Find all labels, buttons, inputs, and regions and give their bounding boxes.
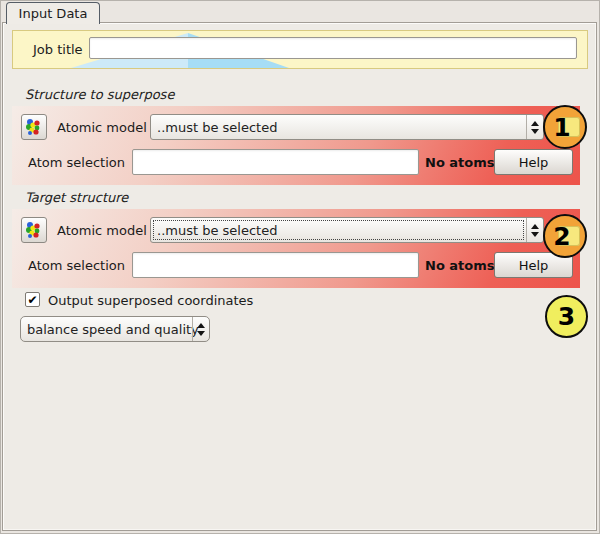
atomic-model-button-2[interactable] bbox=[21, 217, 47, 243]
combo-spinner-icon[interactable] bbox=[526, 115, 543, 139]
combo-spinner-icon[interactable] bbox=[192, 317, 209, 341]
section-heading-target: Target structure bbox=[25, 190, 128, 205]
tab-label: Input Data bbox=[19, 6, 88, 21]
atomic-model-label-2: Atomic model bbox=[57, 223, 147, 238]
job-title-label: Job title bbox=[33, 42, 83, 57]
job-title-banner: Job title bbox=[12, 30, 588, 69]
combo-spinner-icon[interactable] bbox=[526, 218, 543, 242]
atomic-model-select-2[interactable]: ..must be selected bbox=[150, 217, 544, 243]
atom-selection-label: Atom selection bbox=[28, 155, 125, 170]
atomic-model-selected-value: ..must be selected bbox=[157, 120, 277, 135]
molecule-icon bbox=[25, 118, 43, 136]
atom-selection-label-2: Atom selection bbox=[28, 258, 125, 273]
atomic-model-label: Atomic model bbox=[57, 120, 147, 135]
output-coordinates-checkbox[interactable]: ✔ bbox=[25, 292, 40, 307]
atom-count-status: No atoms bbox=[425, 155, 495, 170]
help-button[interactable]: Help bbox=[494, 149, 573, 175]
atomic-model-select[interactable]: ..must be selected bbox=[150, 114, 544, 140]
atom-selection-input-2[interactable] bbox=[132, 252, 419, 278]
job-title-input[interactable] bbox=[89, 37, 577, 59]
atom-count-status-2: No atoms bbox=[425, 258, 495, 273]
atom-selection-input[interactable] bbox=[132, 149, 419, 175]
check-icon: ✔ bbox=[27, 294, 37, 306]
annotation-badge-1: 1 bbox=[543, 105, 587, 149]
speed-quality-select[interactable]: balance speed and quality bbox=[20, 316, 210, 342]
superpose-input-form: { "tab": { "label": "Input Data" }, "job… bbox=[0, 0, 600, 534]
annotation-badge-2: 2 bbox=[543, 214, 587, 258]
atomic-model-selected-value-2: ..must be selected bbox=[157, 223, 277, 238]
atomic-model-button[interactable] bbox=[21, 114, 47, 140]
section-heading-superpose: Structure to superpose bbox=[25, 87, 174, 102]
output-coordinates-label: Output superposed coordinates bbox=[48, 293, 253, 308]
molecule-icon bbox=[25, 221, 43, 239]
annotation-badge-3: 3 bbox=[545, 295, 588, 338]
speed-quality-selected-value: balance speed and quality bbox=[27, 322, 199, 337]
